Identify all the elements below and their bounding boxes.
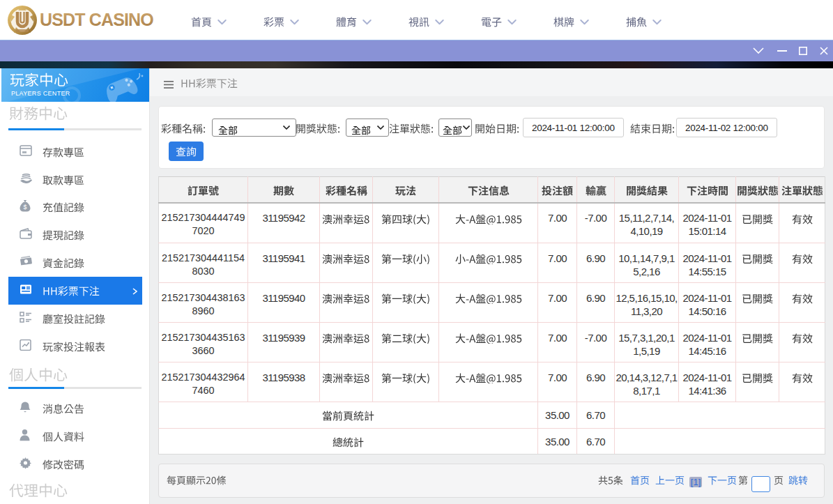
svg-text:USDT CASINO: USDT CASINO [40,10,153,29]
svg-text:$: $ [23,204,26,211]
